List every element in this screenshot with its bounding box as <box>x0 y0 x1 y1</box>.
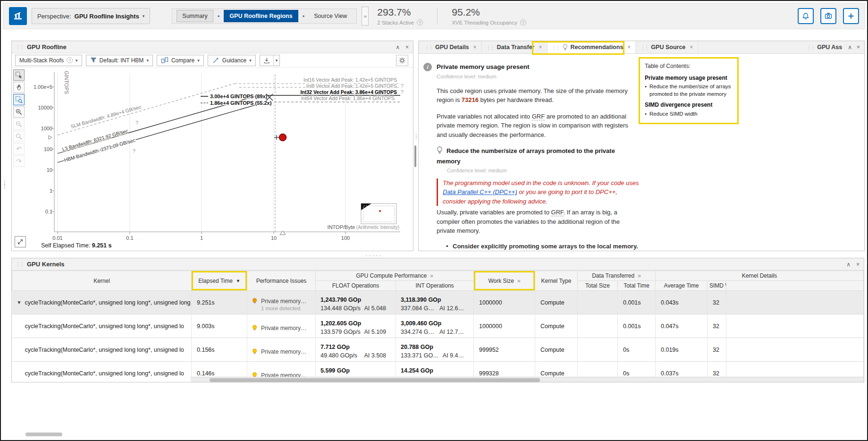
tab-data-transfer[interactable]: ⋮⋮ Data Transfer × <box>482 41 548 53</box>
scrollbar-thumb[interactable] <box>210 378 540 382</box>
notifications-button[interactable] <box>798 8 814 24</box>
close-tab-icon[interactable]: × <box>539 44 542 51</box>
column-header-performance-issues[interactable]: Performance Issues <box>247 271 316 291</box>
drag-handle-icon: ⋮⋮ <box>807 45 814 50</box>
zoom-search-button[interactable] <box>13 131 25 142</box>
toc-entry[interactable]: SIMD divergence present <box>645 101 733 109</box>
column-group-data-transferred[interactable]: Data Transferred» <box>578 271 656 281</box>
issue-bulb-icon[interactable] <box>252 298 257 305</box>
advisor-app-window: Perspective: GPU Roofline Insights ▾ Sum… <box>0 0 868 441</box>
zoom-in-button[interactable] <box>13 106 25 118</box>
row-expander-icon[interactable]: ▼ <box>17 300 22 305</box>
multi-stack-roofs-dropdown[interactable]: Multi-Stack Roofs ? ▾ <box>15 55 82 66</box>
tab-gpu-assembly[interactable]: ⋮⋮ GPU Ass <box>802 41 843 53</box>
help-icon[interactable]: ? <box>520 19 526 25</box>
kernel-row[interactable]: cycleTracking(MonteCarlo*, unsigned long… <box>12 338 864 362</box>
column-header-kernel[interactable]: Kernel <box>12 271 192 291</box>
close-tab-icon[interactable]: × <box>473 44 477 51</box>
recommendation-paragraph: Usually, private variables are promoted … <box>437 208 640 236</box>
dpcpp-link[interactable]: Data Parallel C++ (DPC++) <box>443 188 517 195</box>
gpu-roofline-panel: ⋮⋮ GPU Roofline ∧ × Multi-Stack Roofs ? … <box>11 41 413 251</box>
camera-icon <box>825 12 832 20</box>
snapshot-button[interactable] <box>820 8 836 24</box>
zoom-region-tool-button[interactable] <box>13 94 25 105</box>
panel-splitter-handle[interactable]: ⋮ <box>413 135 417 138</box>
glossary-term[interactable]: GRF <box>532 113 545 120</box>
panel-title: GPU Roofline <box>27 43 67 51</box>
column-header-total-size[interactable]: Total Size <box>578 281 618 291</box>
issue-bulb-icon[interactable] <box>252 325 257 331</box>
glossary-term[interactable]: GRF <box>551 209 564 216</box>
drag-handle-icon[interactable]: ⋮⋮ <box>16 44 24 50</box>
perspective-selector[interactable]: Perspective: GPU Roofline Insights ▾ <box>32 8 150 24</box>
kernels-table: Kernel Elapsed Time▼ Performance Issues … <box>12 271 864 382</box>
left-splitter-handle[interactable]: ⋮⋮ <box>2 181 5 188</box>
close-panel-icon[interactable]: × <box>857 44 860 51</box>
bell-icon <box>802 12 809 20</box>
window-horizontal-scrollbar-thumb[interactable] <box>25 433 62 436</box>
tab-source-view[interactable]: Source View <box>309 10 352 22</box>
expand-columns-icon: » <box>638 272 641 279</box>
tab-summary[interactable]: Summary <box>177 10 213 22</box>
help-question-mark[interactable]: ? <box>401 89 404 95</box>
collapse-panel-icon[interactable]: ∧ <box>848 44 852 51</box>
gear-icon <box>398 57 406 64</box>
roof-filter-dropdown[interactable]: Default: INT HBM ▾ <box>86 55 153 66</box>
export-options-button[interactable]: ▾ <box>273 55 280 66</box>
toc-subentry[interactable]: •Reduce the number/size of arrays promot… <box>645 83 733 98</box>
help-question-mark[interactable]: ? <box>133 148 135 154</box>
tab-recommendations[interactable]: ⋮⋮ Recommendations × <box>548 41 636 53</box>
toc-entry[interactable]: Private memory usage present <box>645 74 733 82</box>
column-header-int-operations[interactable]: INT Operations <box>396 281 474 291</box>
tab-gpu-source[interactable]: ⋮⋮ GPU Source × <box>636 41 698 53</box>
column-group-gpu-compute[interactable]: GPU Compute Performance» <box>316 271 474 281</box>
pan-tool-button[interactable] <box>13 82 25 93</box>
column-group-kernel-details[interactable]: Kernel Details <box>656 271 864 281</box>
drag-handle-icon[interactable]: ⋮⋮ <box>16 262 24 267</box>
tab-gpu-details[interactable]: ⋮⋮ GPU Details × <box>420 41 482 53</box>
kernels-horizontal-scrollbar[interactable] <box>191 377 864 382</box>
help-question-mark[interactable]: ? <box>135 120 138 126</box>
tab-label: Data Transfer <box>497 44 535 51</box>
column-header-average-time[interactable]: Average Time <box>656 281 708 291</box>
column-header-kernel-type[interactable]: Kernel Type <box>535 271 578 291</box>
compare-dropdown[interactable]: Compare ▾ <box>157 55 204 66</box>
metric-label: 2 Stacks Active <box>377 20 414 25</box>
expand-metrics-button[interactable]: » <box>362 7 369 25</box>
column-header-elapsed-time[interactable]: Elapsed Time▼ <box>192 271 247 291</box>
chart-minimap[interactable] <box>361 204 396 224</box>
chevron-down-icon: ▾ <box>276 58 278 63</box>
column-header-work-size[interactable]: Work Size» <box>474 271 535 291</box>
fit-to-view-button[interactable] <box>15 236 26 247</box>
roofline-chart[interactable]: 1.00e+5 10000 1000 100 10 1 0.1 0.01 0.1… <box>25 68 410 244</box>
new-analysis-button[interactable] <box>843 8 859 24</box>
close-panel-icon[interactable]: × <box>405 44 409 51</box>
panel-title: GPU Kernels <box>27 261 64 268</box>
kernel-row[interactable]: cycleTracking(MonteCarlo*, unsigned long… <box>12 314 864 338</box>
kernel-row[interactable]: ▼cycleTracking(MonteCarlo*, unsigned lon… <box>12 291 864 314</box>
collapse-panel-icon[interactable]: ∧ <box>846 261 851 268</box>
panel-splitter-bar[interactable] <box>414 145 416 167</box>
lightbulb-icon <box>437 146 443 157</box>
column-header-simd-width[interactable]: SIMD Width <box>708 281 726 291</box>
undo-button[interactable]: ↶ <box>13 143 25 154</box>
column-header-total-time[interactable]: Total Time <box>618 281 656 291</box>
help-icon[interactable]: ? <box>417 19 423 25</box>
zoom-out-button[interactable] <box>13 119 25 130</box>
issue-bulb-icon[interactable] <box>252 348 257 355</box>
redo-button[interactable]: ↷ <box>13 155 25 167</box>
toc-subentry[interactable]: •Reduce SIMD width <box>645 110 733 118</box>
drag-handle-icon: ⋮⋮ <box>640 45 648 50</box>
column-header-float-operations[interactable]: FLOAT Operations <box>316 281 396 291</box>
select-tool-button[interactable] <box>13 69 25 81</box>
close-tab-icon[interactable]: × <box>690 44 693 51</box>
guidance-dropdown[interactable]: Guidance ▾ <box>208 55 256 66</box>
tab-gpu-roofline-regions[interactable]: GPU Roofline Regions <box>224 10 298 22</box>
close-tab-icon[interactable]: × <box>627 44 631 51</box>
kernel-data-point[interactable] <box>274 134 287 141</box>
export-button[interactable] <box>260 55 273 66</box>
collapse-panel-icon[interactable]: ∧ <box>396 44 400 51</box>
roofline-settings-button[interactable] <box>396 55 408 66</box>
close-panel-icon[interactable]: × <box>856 261 860 268</box>
help-question-mark[interactable]: ? <box>401 83 404 89</box>
